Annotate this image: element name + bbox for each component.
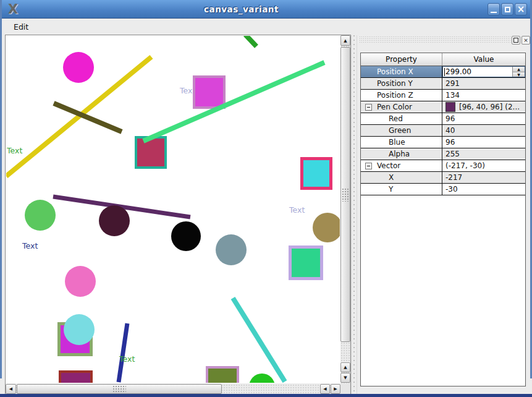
canvas-text-label[interactable]: Text xyxy=(119,354,135,364)
property-row-vector[interactable]: Vector(-217, -30) xyxy=(361,160,525,172)
text-cursor xyxy=(444,68,445,76)
canvas-square[interactable] xyxy=(60,372,91,383)
canvas-circle[interactable] xyxy=(25,200,56,231)
property-name-cell[interactable]: Pen Color xyxy=(361,101,442,113)
collapse-icon[interactable] xyxy=(365,163,372,169)
property-row-alpha[interactable]: Alpha255 xyxy=(361,148,525,160)
property-label: Position Z xyxy=(361,91,413,100)
property-label: Red xyxy=(361,114,403,123)
property-name-cell[interactable]: Position Z xyxy=(361,90,442,101)
canvas-circle[interactable] xyxy=(65,266,96,297)
canvas-square[interactable] xyxy=(207,367,238,383)
spin-up-button[interactable]: ▲ xyxy=(513,67,525,72)
scroll-right-button[interactable]: ▶ xyxy=(331,384,340,394)
property-row-red[interactable]: Red96 xyxy=(361,113,525,125)
window-border-left xyxy=(0,0,2,378)
canvas-vertical-scrollbar[interactable]: ▲ ▲ ▼ xyxy=(340,35,350,383)
canvas-circle[interactable] xyxy=(63,52,94,83)
maximize-button[interactable] xyxy=(501,3,513,15)
vertical-scrollbar-thumb[interactable] xyxy=(340,47,350,342)
horizontal-scrollbar-thumb[interactable] xyxy=(17,384,222,394)
property-value: [96, 40, 96] (2... xyxy=(459,103,520,111)
property-table-header: Property Value xyxy=(361,53,525,66)
property-name-cell[interactable]: Position Y xyxy=(361,78,442,89)
title-bar[interactable]: X canvas_variant × xyxy=(0,0,532,19)
property-value-cell[interactable]: 40 xyxy=(442,125,525,136)
property-value: 291 xyxy=(445,79,460,88)
scroll-up-button-bottom[interactable]: ▲ xyxy=(340,362,350,372)
property-value-cell[interactable]: -217 xyxy=(442,172,525,183)
property-value: 96 xyxy=(445,114,455,123)
property-name-cell[interactable]: Red xyxy=(361,113,442,124)
menu-edit[interactable]: Edit xyxy=(9,20,33,33)
scroll-down-button[interactable]: ▼ xyxy=(340,373,350,383)
property-row-position-x[interactable]: Position X299.00▲▼ xyxy=(361,66,525,78)
canvas-square[interactable] xyxy=(194,77,224,108)
property-name-cell[interactable]: Vector xyxy=(361,160,442,171)
canvas-circle[interactable] xyxy=(313,213,340,242)
property-value: -217 xyxy=(445,173,462,182)
canvas-circle[interactable] xyxy=(171,221,201,251)
property-name-cell[interactable]: Alpha xyxy=(361,148,442,160)
canvas-line[interactable] xyxy=(245,36,256,46)
property-value-cell[interactable]: -30 xyxy=(442,184,525,195)
close-icon: × xyxy=(517,5,525,14)
canvas-circle[interactable] xyxy=(99,205,130,236)
canvas-square[interactable] xyxy=(136,137,166,168)
property-value-cell[interactable]: (-217, -30) xyxy=(442,160,525,171)
canvas-line[interactable] xyxy=(233,298,285,382)
arrow-down-icon: ▼ xyxy=(344,375,347,380)
collapse-icon[interactable] xyxy=(365,104,372,111)
dock-close-button[interactable]: × xyxy=(521,36,530,45)
property-row-y[interactable]: Y-30 xyxy=(361,184,525,195)
splitter-handle[interactable] xyxy=(351,35,357,394)
position-x-spinbox[interactable]: 299.00▲▼ xyxy=(442,66,525,77)
canvas-line[interactable] xyxy=(119,323,127,382)
property-value-cell[interactable]: 134 xyxy=(442,90,525,101)
canvas-text-label[interactable]: Text xyxy=(289,205,305,215)
canvas-line[interactable] xyxy=(143,62,324,141)
spin-down-button[interactable]: ▼ xyxy=(513,72,525,77)
canvas-square[interactable] xyxy=(290,247,322,279)
property-name-cell[interactable]: Position X xyxy=(361,66,442,77)
property-value-cell[interactable]: 291 xyxy=(442,78,525,89)
property-value-cell[interactable]: [96, 40, 96] (2... xyxy=(442,101,525,113)
canvas-horizontal-scrollbar[interactable]: ◀ ◀ ▶ xyxy=(6,384,340,394)
property-value-cell[interactable]: 96 xyxy=(442,113,525,124)
window-border-bottom xyxy=(0,394,532,397)
canvas-viewport[interactable]: TextTextTextTextText xyxy=(6,35,340,383)
dock-float-button[interactable] xyxy=(512,36,520,45)
property-value-cell[interactable]: 96 xyxy=(442,137,525,148)
property-name-cell[interactable]: Green xyxy=(361,125,442,136)
property-value-cell[interactable]: 299.00▲▼ xyxy=(442,66,525,77)
canvas-square[interactable] xyxy=(302,159,331,189)
menu-bar: Edit xyxy=(2,19,530,35)
dock-titlebar[interactable] xyxy=(359,36,510,44)
scroll-left-button[interactable]: ◀ xyxy=(6,384,16,394)
property-row-green[interactable]: Green40 xyxy=(361,125,525,137)
arrow-up-icon: ▲ xyxy=(344,365,347,370)
scroll-left-button-right[interactable]: ◀ xyxy=(320,384,330,394)
canvas-text-label[interactable]: Text xyxy=(22,241,38,250)
canvas-circle[interactable] xyxy=(64,314,95,345)
property-value-cell[interactable]: 255 xyxy=(442,148,525,160)
canvas-svg[interactable]: TextTextTextTextText xyxy=(6,36,340,383)
property-name-cell[interactable]: X xyxy=(361,172,442,183)
property-row-blue[interactable]: Blue96 xyxy=(361,137,525,148)
property-label: Alpha xyxy=(361,150,410,158)
header-value[interactable]: Value xyxy=(442,53,525,66)
canvas-text-label[interactable]: Text xyxy=(6,146,22,155)
property-row-position-z[interactable]: Position Z134 xyxy=(361,90,525,101)
minimize-button[interactable] xyxy=(488,3,500,15)
property-name-cell[interactable]: Y xyxy=(361,184,442,195)
property-name-cell[interactable]: Blue xyxy=(361,137,442,148)
property-row-pen-color[interactable]: Pen Color[96, 40, 96] (2... xyxy=(361,101,525,113)
scroll-up-button[interactable]: ▲ xyxy=(340,35,350,46)
canvas-circle[interactable] xyxy=(216,234,247,265)
canvas-circle[interactable] xyxy=(249,374,275,383)
property-row-position-y[interactable]: Position Y291 xyxy=(361,78,525,90)
close-button[interactable]: × xyxy=(515,3,527,15)
scrollbar-grip-icon xyxy=(342,188,349,202)
property-row-x[interactable]: X-217 xyxy=(361,172,525,184)
header-property[interactable]: Property xyxy=(361,53,442,66)
